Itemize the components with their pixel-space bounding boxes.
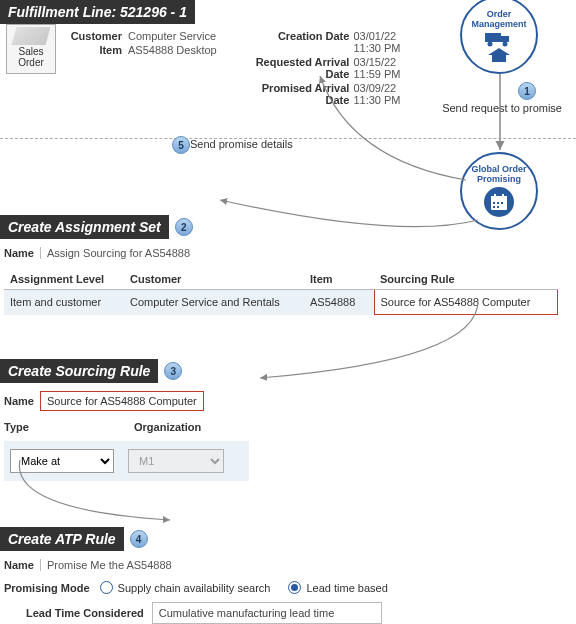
- creation-value: 03/01/22 11:30 PM: [353, 30, 422, 54]
- radio-lead-time-label: Lead time based: [306, 582, 387, 594]
- table-row: Item and customer Computer Service and R…: [4, 290, 558, 315]
- cell-customer: Computer Service and Rentals: [124, 290, 304, 315]
- svg-rect-1: [501, 36, 509, 42]
- atp-name-label: Name: [4, 559, 34, 571]
- assignment-name-value: Assign Sourcing for AS54888: [40, 247, 190, 259]
- send-promise-label: Send promise details: [190, 138, 293, 150]
- col-customer: Customer: [124, 269, 304, 290]
- radio-lead-time[interactable]: Lead time based: [288, 581, 387, 594]
- svg-rect-0: [485, 33, 501, 42]
- type-header: Type: [4, 421, 134, 433]
- svg-marker-4: [488, 48, 510, 62]
- cell-level: Item and customer: [4, 290, 124, 315]
- svg-rect-7: [493, 202, 495, 204]
- calendar-icon-bg: [484, 187, 514, 217]
- requested-label: Requested Arrival Date: [252, 56, 349, 80]
- svg-rect-10: [493, 206, 495, 208]
- requested-value: 03/15/22 11:59 PM: [353, 56, 422, 80]
- customer-label: Customer: [62, 30, 122, 42]
- svg-rect-13: [502, 194, 504, 198]
- sourcing-title: Create Sourcing Rule: [0, 359, 158, 383]
- svg-rect-9: [501, 202, 503, 204]
- lead-time-label: Lead Time Considered: [26, 607, 144, 619]
- step-4-badge: 4: [130, 530, 148, 548]
- atp-section: Create ATP Rule 4 Name Promise Me the AS…: [0, 527, 576, 624]
- atp-name-value: Promise Me the AS54888: [40, 559, 172, 571]
- promised-label: Promised Arrival Date: [252, 82, 349, 106]
- global-order-promising-badge: Global Order Promising: [460, 152, 538, 230]
- item-value: AS54888 Desktop: [128, 44, 217, 56]
- svg-point-2: [488, 41, 493, 46]
- customer-value: Computer Service: [128, 30, 216, 42]
- col-level: Assignment Level: [4, 269, 124, 290]
- radio-supply-chain-label: Supply chain availability search: [118, 582, 271, 594]
- sales-order-label: Sales Order: [7, 46, 55, 68]
- item-label: Item: [62, 44, 122, 56]
- type-select[interactable]: Make at: [10, 449, 114, 473]
- cell-item: AS54888: [304, 290, 374, 315]
- promising-mode-label: Promising Mode: [4, 582, 90, 594]
- assignment-section: Create Assignment Set 2 Name Assign Sour…: [0, 215, 576, 315]
- svg-rect-11: [497, 206, 499, 208]
- step-1-badge: 1: [518, 82, 536, 100]
- svg-rect-12: [494, 194, 496, 198]
- col-item: Item: [304, 269, 374, 290]
- assignment-title: Create Assignment Set: [0, 215, 169, 239]
- step-3-badge: 3: [164, 362, 182, 380]
- promised-value: 03/09/22 11:30 PM: [353, 82, 422, 106]
- sourcing-name-input[interactable]: Source for AS54888 Computer: [40, 391, 204, 411]
- radio-supply-chain[interactable]: Supply chain availability search: [100, 581, 271, 594]
- org-header: Organization: [134, 421, 264, 433]
- house-icon: [488, 48, 510, 62]
- svg-point-3: [503, 41, 508, 46]
- assignment-table: Assignment Level Customer Item Sourcing …: [4, 269, 558, 315]
- atp-title: Create ATP Rule: [0, 527, 124, 551]
- gop-label: Global Order Promising: [462, 165, 536, 185]
- truck-icon: [485, 31, 513, 47]
- org-select[interactable]: M1: [128, 449, 224, 473]
- sales-order-badge: Sales Order: [6, 24, 56, 74]
- send-request-label: Send request to promise: [442, 102, 562, 114]
- sales-order-icon: [12, 27, 51, 45]
- radio-on-icon: [288, 581, 301, 594]
- order-management-label: Order Management: [462, 9, 536, 29]
- svg-rect-6: [491, 196, 507, 200]
- calendar-icon: [489, 192, 509, 212]
- lead-time-input[interactable]: Cumulative manufacturing lead time: [152, 602, 382, 624]
- sourcing-section: Create Sourcing Rule 3 Name Source for A…: [0, 359, 576, 481]
- radio-off-icon: [100, 581, 113, 594]
- sourcing-name-label: Name: [4, 395, 34, 407]
- svg-rect-8: [497, 202, 499, 204]
- col-rule: Sourcing Rule: [374, 269, 558, 290]
- creation-label: Creation Date: [252, 30, 349, 54]
- assignment-name-label: Name: [4, 247, 34, 259]
- step-5-badge: 5: [172, 136, 190, 154]
- step-2-badge: 2: [175, 218, 193, 236]
- cell-rule: Source for AS54888 Computer: [374, 290, 558, 315]
- fulfillment-title: Fulfillment Line: 521296 - 1: [0, 0, 195, 24]
